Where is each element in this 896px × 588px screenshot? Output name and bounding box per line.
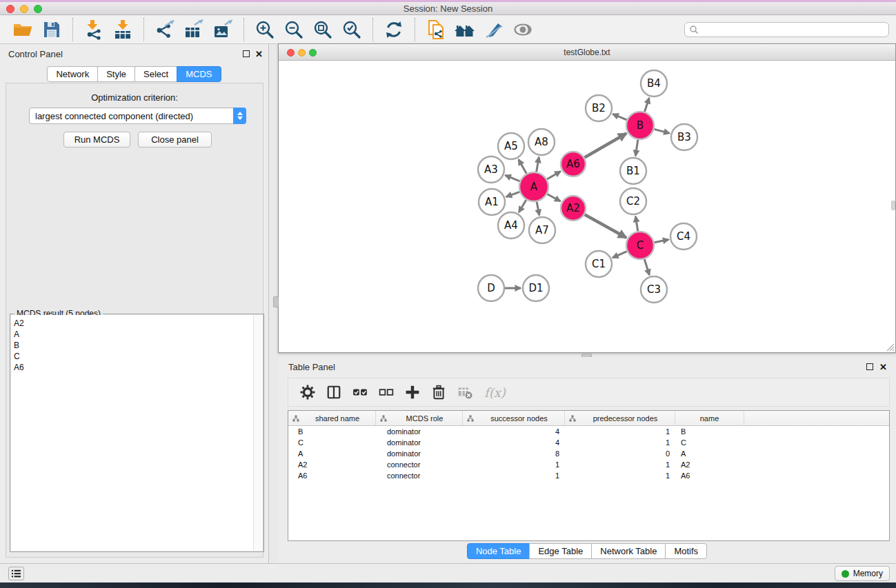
table-cell[interactable]: C [288,437,376,448]
table-cell[interactable]: A6 [288,470,376,481]
edge-C-C2[interactable] [635,216,637,232]
table-row[interactable]: A6connector11A6 [288,470,889,481]
table-cell[interactable]: C [675,437,744,448]
result-item[interactable]: B [11,340,253,351]
edge-A-A7[interactable] [537,202,539,216]
edge-B-B4[interactable] [645,98,650,112]
network-canvas[interactable]: AA1A2A3A4A5A6A7A8BB1B2B3B4CC1C2C3C4DD1 [279,61,895,352]
edge-B-B3[interactable] [654,129,669,133]
edge-A2-C[interactable] [585,214,626,238]
zoom-out-button[interactable] [282,18,306,41]
import-network-button[interactable] [82,18,106,41]
table-row[interactable]: Cdominator41C [288,437,889,448]
edge-B-B2[interactable] [613,114,626,119]
close-panel-button[interactable]: Close panel [138,132,212,148]
tab-node-table[interactable]: Node Table [467,543,530,559]
edge-A-A2[interactable] [547,194,560,201]
table-cell[interactable]: A2 [675,459,744,470]
zoom-in-button[interactable] [253,18,277,41]
hide-graphics-details-button[interactable] [482,18,506,41]
export-table-button[interactable] [182,18,206,41]
result-item[interactable]: A2 [11,318,253,329]
result-scrollbar[interactable] [253,315,263,551]
table-cell[interactable]: 0 [565,448,675,459]
table-row[interactable]: Bdominator41B [288,426,889,437]
table-cell[interactable]: dominator [376,437,463,448]
table-settings-button[interactable] [299,384,316,401]
export-image-button[interactable] [211,18,235,41]
tab-mcds[interactable]: MCDS [177,66,221,82]
float-panel-icon[interactable] [243,50,250,57]
edge-A-A4[interactable] [519,200,526,212]
delete-column-button[interactable] [430,384,447,401]
table-cell[interactable]: B [675,426,744,437]
edge-A-A5[interactable] [519,159,527,174]
home-button[interactable] [453,18,477,41]
save-session-button[interactable] [40,18,63,41]
edge-A-A1[interactable] [506,192,520,196]
edge-A6-B[interactable] [584,133,626,157]
table-cell[interactable]: dominator [376,448,463,459]
copy-network-button[interactable] [424,18,448,41]
table-cell[interactable]: 4 [463,437,565,448]
show-graphics-details-button[interactable] [511,18,535,41]
zoom-selected-button[interactable] [340,18,364,41]
table-cell[interactable]: B [288,426,376,437]
select-all-button[interactable] [352,384,368,401]
column-header-shared-name[interactable]: shared name [288,411,376,425]
close-panel-icon[interactable]: ✕ [255,49,263,59]
zoom-fit-button[interactable] [311,18,335,41]
table-cell[interactable]: A6 [675,470,744,481]
column-header-successor-nodes[interactable]: successor nodes [463,411,565,425]
export-network-button[interactable] [153,18,177,41]
result-item[interactable]: A [11,329,253,340]
table-cell[interactable]: dominator [376,426,463,437]
result-item[interactable]: A6 [11,362,253,373]
edge-B-B1[interactable] [635,140,638,156]
table-cell[interactable]: 1 [565,459,675,470]
memory-button[interactable]: Memory [835,566,890,581]
table-cell[interactable]: 4 [463,426,565,437]
tab-motifs[interactable]: Motifs [665,543,707,559]
table-cell[interactable]: 1 [565,437,675,448]
float-table-panel-icon[interactable] [866,363,873,370]
vertical-scroll-thumb[interactable] [273,296,279,307]
run-mcds-button[interactable]: Run MCDS [63,132,130,148]
search-field[interactable] [684,22,889,37]
table-cell[interactable]: connector [376,470,463,481]
table-cell[interactable]: 1 [565,426,675,437]
table-row[interactable]: A2connector11A2 [288,459,889,470]
edge-A-A6[interactable] [547,172,561,179]
table-cell[interactable]: 1 [463,470,565,481]
delete-table-button[interactable] [457,384,473,401]
right-scroll-thumb[interactable] [891,201,895,210]
edge-C-C3[interactable] [644,259,649,275]
edge-A-A8[interactable] [537,157,539,172]
close-table-panel-icon[interactable]: ✕ [879,362,887,372]
refresh-button[interactable] [382,18,406,41]
table-cell[interactable]: A [288,448,376,459]
tab-network-table[interactable]: Network Table [591,543,666,559]
tab-network[interactable]: Network [47,66,98,82]
search-input[interactable] [701,25,884,34]
table-row[interactable]: Adominator80A [288,448,889,459]
function-builder-button[interactable]: f(x) [484,385,506,400]
criterion-dropdown[interactable]: largest connected component (directed) [29,108,246,124]
tab-edge-table[interactable]: Edge Table [529,543,592,559]
show-panels-button[interactable] [8,567,24,580]
show-columns-button[interactable] [326,384,342,401]
table-cell[interactable]: 1 [463,459,565,470]
column-header-MCDS-role[interactable]: MCDS role [376,411,463,425]
table-cell[interactable]: A2 [288,459,376,470]
table-cell[interactable]: connector [376,459,463,470]
table-cell[interactable]: 8 [463,448,565,459]
tab-select[interactable]: Select [135,66,177,82]
edge-C-C4[interactable] [655,239,669,242]
table-cell[interactable]: 1 [565,470,675,481]
add-column-button[interactable] [404,384,421,401]
result-item[interactable]: C [11,351,253,362]
column-header-predecessor-nodes[interactable]: predecessor nodes [565,411,675,425]
open-session-button[interactable] [11,18,34,41]
table-cell[interactable]: A [675,448,744,459]
edge-C-C1[interactable] [613,252,627,258]
